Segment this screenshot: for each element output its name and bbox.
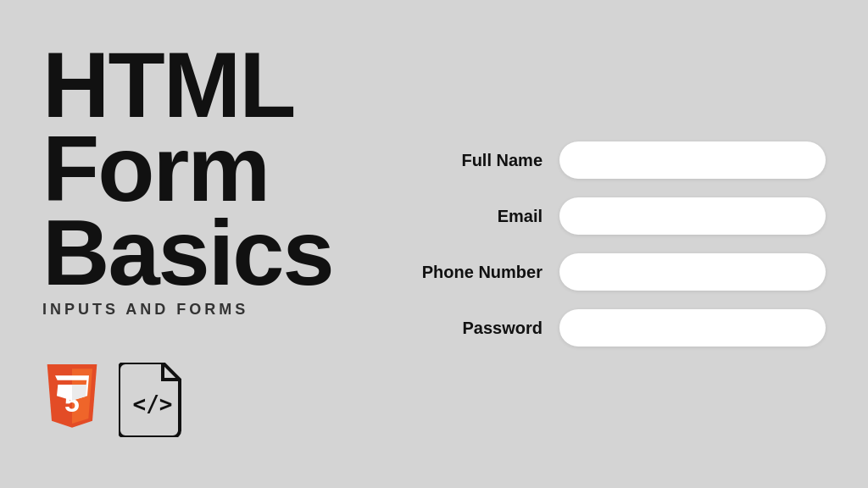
right-panel: Full Name Email Phone Number Password — [381, 141, 826, 347]
title-line1: HTML — [42, 42, 381, 126]
html5-icon: 5 — [42, 364, 102, 432]
form-row-email: Email — [407, 197, 826, 235]
title-block: HTML Form Basics INPUTS AND FORMS — [42, 42, 381, 319]
svg-text:</>: </> — [133, 391, 173, 417]
title-line3: Basics — [42, 210, 381, 294]
code-file-icon: </> — [119, 363, 186, 437]
input-fullname[interactable] — [559, 141, 826, 179]
input-password[interactable] — [559, 309, 826, 347]
form-row-phone: Phone Number — [407, 253, 826, 291]
label-password: Password — [407, 319, 542, 338]
form-row-password: Password — [407, 309, 826, 347]
page-container: HTML Form Basics INPUTS AND FORMS 5 — [0, 0, 868, 488]
input-phone[interactable] — [559, 253, 826, 291]
title-line2: Form — [42, 126, 381, 210]
label-fullname: Full Name — [407, 151, 542, 170]
label-email: Email — [407, 207, 542, 226]
input-email[interactable] — [559, 197, 826, 235]
subtitle: INPUTS AND FORMS — [42, 301, 381, 319]
label-phone: Phone Number — [407, 263, 542, 282]
left-panel: HTML Form Basics INPUTS AND FORMS 5 — [42, 25, 381, 463]
html5-logo: 5 — [42, 364, 102, 435]
form-row-fullname: Full Name — [407, 141, 826, 179]
bottom-icons: 5 </> — [42, 363, 381, 446]
